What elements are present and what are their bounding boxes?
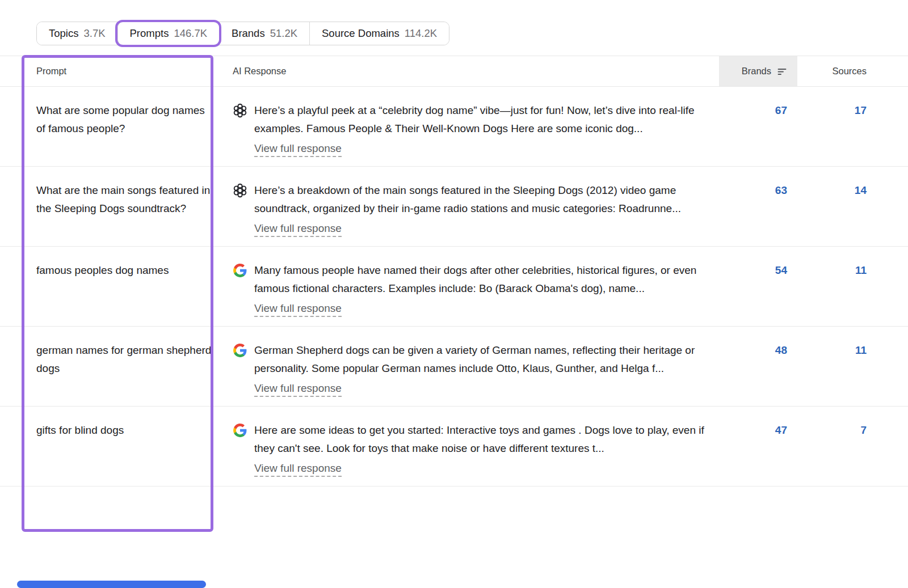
view-full-response-link[interactable]: View full response [254,302,342,317]
table-row: What are the main songs featured in the … [0,167,908,247]
horizontal-scrollbar-thumb[interactable] [17,581,206,588]
ai-response-cell: Many famous people have named their dogs… [233,261,719,317]
google-icon [233,263,247,278]
sources-count-link[interactable]: 11 [855,264,867,276]
sources-cell: 14 [797,181,908,237]
column-header-brands-label: Brands [742,66,771,77]
tab-count: 51.2K [270,27,297,40]
brands-cell: 47 [719,421,797,477]
sort-descending-icon [777,66,787,77]
brands-count-link[interactable]: 54 [775,264,787,276]
prompt-cell: gifts for blind dogs [36,421,213,477]
ai-response-text: Many famous people have named their dogs… [254,261,719,297]
sources-cell: 17 [797,101,908,157]
ai-response-cell: Here’s a playful peek at a “celebrity do… [233,101,719,157]
table-row: What are some popular dog names of famou… [0,87,908,167]
google-icon [233,343,247,358]
sources-cell: 11 [797,261,908,317]
ai-response-text: German Shepherd dogs can be given a vari… [254,341,719,377]
tab-topics[interactable]: Topics 3.7K [37,22,117,45]
tab-brands[interactable]: Brands 51.2K [219,22,309,45]
brands-cell: 67 [719,101,797,157]
sources-cell: 7 [797,421,908,477]
tab-label: Brands [232,27,265,40]
sources-count-link[interactable]: 17 [855,104,867,116]
view-full-response-link[interactable]: View full response [254,222,342,237]
brands-cell: 54 [719,261,797,317]
tab-label: Topics [49,27,78,40]
view-switcher: Topics 3.7K Prompts 146.7K Brands 51.2K … [36,22,908,56]
openai-icon [233,103,247,118]
ai-response-cell: Here’s a breakdown of the main songs fea… [233,181,719,237]
column-header-brands[interactable]: Brands [719,56,797,86]
view-full-response-link[interactable]: View full response [254,382,342,397]
tab-count: 3.7K [83,27,105,40]
tab-count: 114.2K [405,27,437,40]
table-row: famous peoples dog names [0,247,908,327]
openai-icon [233,183,247,198]
tab-source-domains[interactable]: Source Domains 114.2K [309,22,449,45]
tab-prompts[interactable]: Prompts 146.7K [117,22,220,45]
table-body: What are some popular dog names of famou… [0,87,908,487]
sources-cell: 11 [797,341,908,397]
ai-response-text: Here are some ideas to get you started: … [254,421,719,457]
table-header: Prompt AI Response Brands Sources [0,56,908,87]
tab-label: Source Domains [322,27,400,40]
table-row: german names for german shepherd dogs [0,327,908,407]
ai-response-cell: German Shepherd dogs can be given a vari… [233,341,719,397]
prompt-cell: What are some popular dog names of famou… [36,101,213,157]
brands-count-link[interactable]: 63 [775,184,787,196]
tab-group: Topics 3.7K Prompts 146.7K Brands 51.2K … [36,22,449,45]
brands-cell: 48 [719,341,797,397]
view-full-response-link[interactable]: View full response [254,462,342,477]
brands-count-link[interactable]: 67 [775,104,787,116]
ai-response-cell: Here are some ideas to get you started: … [233,421,719,477]
ai-response-text: Here’s a breakdown of the main songs fea… [254,181,719,217]
sources-count-link[interactable]: 11 [855,344,867,356]
ai-response-text: Here’s a playful peek at a “celebrity do… [254,101,719,137]
column-header-prompt: Prompt [36,56,213,86]
sources-count-link[interactable]: 7 [860,424,867,436]
prompt-cell: What are the main songs featured in the … [36,181,213,237]
google-icon [233,423,247,438]
brands-cell: 63 [719,181,797,237]
column-header-ai-response: AI Response [233,56,719,86]
sources-count-link[interactable]: 14 [855,184,867,196]
view-full-response-link[interactable]: View full response [254,142,342,157]
column-header-sources[interactable]: Sources [797,56,908,86]
table-row: gifts for blind dogs [0,407,908,487]
prompt-cell: german names for german shepherd dogs [36,341,213,397]
brands-count-link[interactable]: 48 [775,344,787,356]
prompt-cell: famous peoples dog names [36,261,213,317]
tab-count: 146.7K [174,27,207,40]
tab-label: Prompts [130,27,169,40]
brands-count-link[interactable]: 47 [775,424,787,436]
